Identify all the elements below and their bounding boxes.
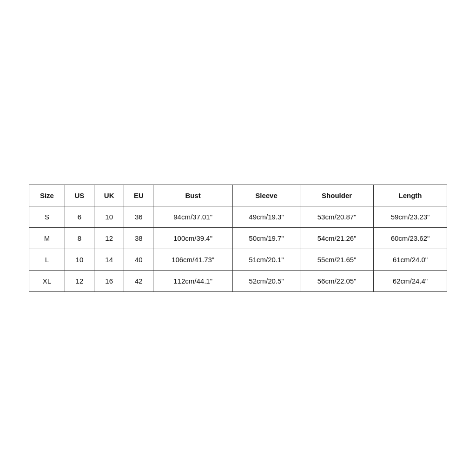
table-cell: S	[29, 206, 65, 227]
table-cell: 52cm/20.5"	[232, 270, 300, 291]
header-length: Length	[374, 185, 447, 206]
header-size: Size	[29, 185, 65, 206]
table-cell: 54cm/21.26"	[300, 227, 374, 249]
table-cell: 49cm/19.3"	[232, 206, 300, 227]
table-cell: 12	[65, 270, 94, 291]
header-shoulder: Shoulder	[300, 185, 374, 206]
table-cell: 50cm/19.7"	[232, 227, 300, 249]
table-cell: 6	[65, 206, 94, 227]
table-cell: 12	[94, 227, 124, 249]
table-cell: M	[29, 227, 65, 249]
table-row: XL121642112cm/44.1"52cm/20.5"56cm/22.05"…	[29, 270, 447, 291]
table-header-row: Size US UK EU Bust Sleeve Shoulder Lengt…	[29, 185, 447, 206]
table-cell: 55cm/21.65"	[300, 249, 374, 270]
table-cell: 38	[124, 227, 153, 249]
table-row: S6103694cm/37.01"49cm/19.3"53cm/20.87"59…	[29, 206, 447, 227]
size-chart-table: Size US UK EU Bust Sleeve Shoulder Lengt…	[29, 185, 447, 292]
header-us: US	[65, 185, 94, 206]
table-cell: 51cm/20.1"	[232, 249, 300, 270]
header-eu: EU	[124, 185, 153, 206]
table-cell: L	[29, 249, 65, 270]
header-bust: Bust	[153, 185, 232, 206]
table-row: M81238100cm/39.4"50cm/19.7"54cm/21.26"60…	[29, 227, 447, 249]
table-cell: 62cm/24.4"	[374, 270, 447, 291]
table-cell: 94cm/37.01"	[153, 206, 232, 227]
table-cell: 61cm/24.0"	[374, 249, 447, 270]
table-cell: 14	[94, 249, 124, 270]
header-uk: UK	[94, 185, 124, 206]
table-cell: 106cm/41.73"	[153, 249, 232, 270]
table-cell: 16	[94, 270, 124, 291]
table-cell: 112cm/44.1"	[153, 270, 232, 291]
table-cell: 8	[65, 227, 94, 249]
table-row: L101440106cm/41.73"51cm/20.1"55cm/21.65"…	[29, 249, 447, 270]
table-cell: 42	[124, 270, 153, 291]
header-sleeve: Sleeve	[232, 185, 300, 206]
table-cell: XL	[29, 270, 65, 291]
table-cell: 60cm/23.62"	[374, 227, 447, 249]
table-cell: 56cm/22.05"	[300, 270, 374, 291]
size-chart-container: Size US UK EU Bust Sleeve Shoulder Lengt…	[29, 185, 447, 292]
table-cell: 10	[65, 249, 94, 270]
table-cell: 40	[124, 249, 153, 270]
table-cell: 53cm/20.87"	[300, 206, 374, 227]
table-cell: 36	[124, 206, 153, 227]
table-cell: 100cm/39.4"	[153, 227, 232, 249]
table-cell: 10	[94, 206, 124, 227]
table-cell: 59cm/23.23"	[374, 206, 447, 227]
